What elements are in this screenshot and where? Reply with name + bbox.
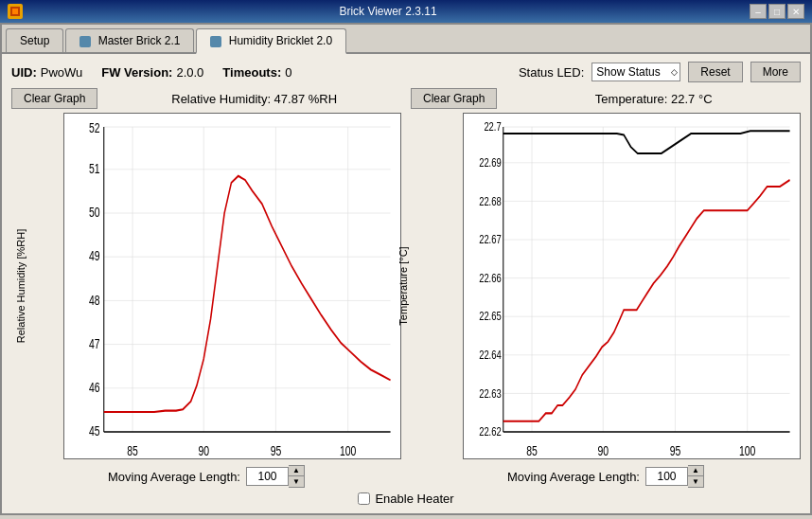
status-led-select[interactable]: Show Status Off On Heartbeat — [591, 63, 680, 81]
close-button[interactable]: ✕ — [787, 4, 804, 19]
temperature-graph-header: Clear Graph Temperature: 22.7 °C — [411, 88, 801, 109]
svg-text:49: 49 — [89, 249, 100, 264]
humidity-graph-header: Clear Graph Relative Humidity: 47.87 %RH — [11, 88, 401, 109]
svg-text:22.66: 22.66 — [479, 271, 502, 284]
maximize-button[interactable]: □ — [768, 4, 786, 19]
svg-text:90: 90 — [597, 444, 609, 458]
timeouts-label: Timeouts: — [222, 65, 281, 80]
main-window: Setup Master Brick 2.1 Humidity Bricklet… — [0, 23, 812, 515]
heater-label: Enable Heater — [375, 492, 453, 506]
temperature-avg-spin-buttons: ▲ ▼ — [688, 465, 704, 488]
svg-text:46: 46 — [89, 381, 100, 396]
svg-text:47: 47 — [89, 336, 100, 351]
heater-checkbox-label[interactable]: Enable Heater — [358, 492, 453, 506]
svg-rect-1 — [12, 9, 18, 14]
window-controls: – □ ✕ — [750, 4, 804, 19]
svg-text:95: 95 — [670, 444, 681, 458]
svg-text:48: 48 — [89, 293, 100, 308]
bottom-controls: Moving Average Length: 100 ▲ ▼ Moving Av… — [11, 465, 801, 506]
timeouts-value: 0 — [285, 65, 291, 80]
info-row: UID: PwoWu FW Version: 2.0.0 Timeouts: 0… — [11, 62, 801, 82]
humidity-graph-panel: Clear Graph Relative Humidity: 47.87 %RH… — [11, 88, 401, 459]
status-led-row: Status LED: Show Status Off On Heartbeat… — [519, 62, 801, 82]
fw-label: FW Version: — [101, 65, 172, 80]
humidity-graph-title: Relative Humidity: 47.87 %RH — [107, 92, 401, 106]
minimize-button[interactable]: – — [750, 4, 767, 19]
temperature-ylabel: Temperature [°C] — [397, 246, 409, 325]
svg-text:45: 45 — [89, 424, 100, 439]
timeouts-item: Timeouts: 0 — [222, 65, 291, 80]
status-led-label: Status LED: — [519, 65, 584, 80]
temperature-avg-up-button[interactable]: ▲ — [688, 466, 703, 476]
master-brick-icon — [79, 36, 91, 47]
humidity-graph-wrapper: Relative Humidity [%RH] 45 46 — [11, 113, 401, 459]
svg-text:85: 85 — [127, 444, 138, 458]
content-area: UID: PwoWu FW Version: 2.0.0 Timeouts: 0… — [2, 54, 810, 513]
svg-text:22.65: 22.65 — [479, 310, 502, 323]
uid-item: UID: PwoWu — [11, 65, 82, 80]
svg-text:22.68: 22.68 — [479, 194, 502, 207]
temperature-graph-panel: Clear Graph Temperature: 22.7 °C Tempera… — [411, 88, 801, 459]
fw-item: FW Version: 2.0.0 — [101, 65, 203, 80]
bottoms-pair: Moving Average Length: 100 ▲ ▼ Moving Av… — [11, 465, 801, 488]
svg-text:22.62: 22.62 — [479, 425, 502, 438]
humidity-avg-input[interactable]: 100 — [246, 467, 289, 486]
svg-text:22.69: 22.69 — [479, 156, 502, 170]
heater-row: Enable Heater — [11, 492, 801, 506]
heater-checkbox[interactable] — [358, 492, 370, 505]
humidity-avg-label: Moving Average Length: — [108, 470, 240, 484]
svg-text:100: 100 — [340, 444, 357, 458]
uid-label: UID: — [11, 65, 37, 80]
temperature-graph-title: Temperature: 22.7 °C — [506, 92, 801, 106]
reset-button[interactable]: Reset — [688, 62, 742, 82]
svg-text:50: 50 — [89, 206, 100, 221]
temperature-avg-down-button[interactable]: ▼ — [688, 476, 703, 487]
svg-rect-30 — [464, 114, 800, 458]
svg-text:90: 90 — [198, 444, 209, 458]
tab-bar: Setup Master Brick 2.1 Humidity Bricklet… — [2, 25, 810, 54]
svg-text:100: 100 — [739, 444, 756, 458]
temperature-avg-input[interactable]: 100 — [645, 467, 688, 486]
temperature-graph-container: 22.62 22.63 22.64 22.65 22.66 22.67 22.6… — [463, 113, 801, 459]
humidity-bricklet-icon — [210, 36, 221, 47]
app-icon — [8, 4, 23, 19]
svg-text:95: 95 — [271, 444, 282, 458]
humidity-moving-avg: Moving Average Length: 100 ▲ ▼ — [11, 465, 401, 488]
graphs-row: Clear Graph Relative Humidity: 47.87 %RH… — [11, 88, 801, 459]
status-led-select-wrapper: Show Status Off On Heartbeat — [591, 63, 680, 81]
tab-master-brick[interactable]: Master Brick 2.1 — [65, 28, 194, 52]
humidity-avg-down-button[interactable]: ▼ — [289, 476, 304, 487]
tab-setup[interactable]: Setup — [6, 28, 63, 52]
svg-text:52: 52 — [89, 120, 100, 135]
humidity-ylabel: Relative Humidity [%RH] — [15, 229, 26, 343]
clear-graph-temperature-button[interactable]: Clear Graph — [411, 88, 497, 109]
humidity-avg-spinbox: 100 ▲ ▼ — [246, 465, 305, 488]
title-bar: Brick Viewer 2.3.11 – □ ✕ — [0, 0, 812, 23]
svg-text:22.7: 22.7 — [484, 120, 501, 134]
humidity-avg-up-button[interactable]: ▲ — [289, 466, 304, 476]
tab-humidity-bricklet[interactable]: Humidity Bricklet 2.0 — [196, 28, 346, 54]
window-title: Brick Viewer 2.3.11 — [26, 5, 750, 18]
svg-text:51: 51 — [89, 162, 100, 177]
svg-text:85: 85 — [526, 444, 538, 458]
svg-text:22.64: 22.64 — [479, 349, 502, 362]
svg-text:22.67: 22.67 — [479, 233, 502, 246]
temperature-avg-label: Moving Average Length: — [507, 470, 640, 484]
more-button[interactable]: More — [750, 62, 801, 82]
svg-text:22.63: 22.63 — [479, 386, 502, 400]
temperature-moving-avg: Moving Average Length: 100 ▲ ▼ — [411, 465, 801, 488]
humidity-graph-container: 45 46 47 48 49 50 51 52 — [63, 113, 401, 459]
humidity-avg-spin-buttons: ▲ ▼ — [289, 465, 305, 488]
temperature-graph-wrapper: Temperature [°C] 22.62 22.63 22.64 22.65… — [411, 113, 801, 459]
fw-value: 2.0.0 — [176, 65, 203, 80]
uid-value: PwoWu — [41, 65, 83, 80]
clear-graph-humidity-button[interactable]: Clear Graph — [11, 88, 97, 109]
svg-rect-2 — [64, 114, 400, 458]
temperature-avg-spinbox: 100 ▲ ▼ — [645, 465, 704, 488]
